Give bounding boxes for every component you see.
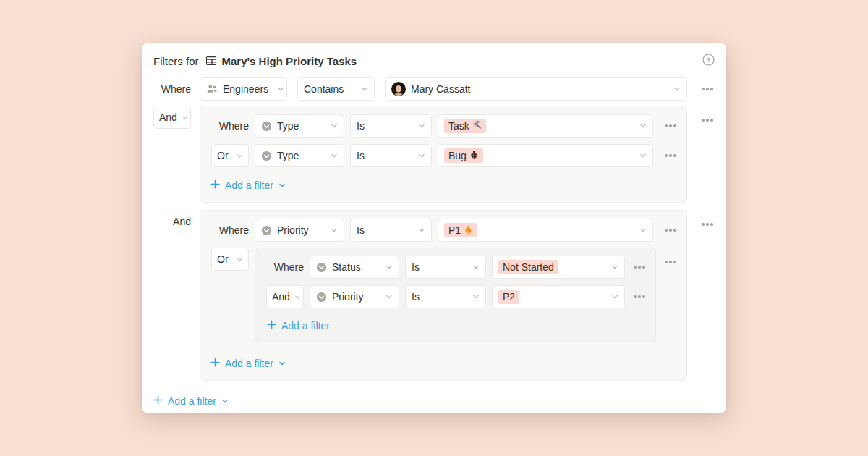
property-select-priority[interactable]: Priority	[310, 285, 399, 308]
chevron-down-icon	[232, 153, 243, 159]
filter-group-2: And Where Priority Is	[153, 210, 715, 381]
chevron-down-icon	[232, 256, 243, 263]
value-select-person[interactable]: Mary Cassatt	[385, 77, 687, 101]
tag-task: Task	[444, 119, 486, 133]
nested-row-1: Where Status Is	[264, 256, 647, 279]
person-icon	[206, 83, 218, 95]
row-connector-select-and[interactable]: And	[266, 285, 304, 308]
property-select-label: Status	[332, 261, 361, 273]
add-filter-button[interactable]: Add a filter	[210, 177, 286, 194]
operator-select-contains[interactable]: Contains	[297, 77, 375, 101]
chevron-down-icon	[177, 114, 188, 121]
tag-label: P2	[503, 290, 515, 304]
nested-group-line: Or Where Status	[209, 248, 678, 342]
property-select-priority[interactable]: Priority	[255, 219, 344, 242]
chevron-down-icon	[607, 263, 618, 271]
value-select-task[interactable]: Task	[438, 114, 653, 138]
group1-row-1: Where Type Is Task	[209, 114, 678, 138]
property-select-type[interactable]: Type	[255, 144, 344, 167]
ellipsis-icon	[665, 261, 668, 263]
group1-menu-button[interactable]	[702, 114, 715, 126]
group2-menu-button[interactable]	[702, 219, 715, 230]
operator-select-is[interactable]: Is	[350, 114, 432, 138]
dialog-header: Filters for Mary's High Priority Tasks ?	[153, 52, 715, 69]
property-select-label: Priority	[277, 224, 309, 236]
add-filter-button[interactable]: Add a filter	[267, 317, 330, 334]
group1-row-2: Or Type Is Bug	[209, 144, 678, 167]
top-filter-menu-button[interactable]	[702, 83, 715, 95]
group2-panel: Where Priority Is P1	[200, 210, 687, 381]
operator-select-label: Is	[412, 261, 420, 273]
chevron-down-icon	[607, 293, 618, 300]
chevron-down-icon	[326, 152, 338, 159]
property-select-status[interactable]: Status	[310, 256, 399, 279]
property-select-engineers[interactable]: Engineers	[200, 77, 287, 101]
help-button[interactable]: ?	[702, 54, 715, 68]
property-select-label: Engineers	[223, 83, 268, 95]
chevron-down-icon	[669, 85, 681, 93]
add-filter-label: Add a filter	[168, 395, 216, 407]
where-label: Where	[219, 120, 249, 132]
chevron-down-icon	[414, 152, 425, 159]
select-property-icon	[316, 262, 327, 273]
value-select-p2[interactable]: P2	[492, 285, 625, 308]
row-menu-button[interactable]	[665, 120, 678, 132]
chevron-down-icon	[635, 122, 647, 130]
svg-text:?: ?	[707, 56, 711, 64]
tag-label: Bug	[448, 148, 467, 163]
operator-select-is[interactable]: Is	[405, 256, 486, 279]
row-menu-button[interactable]	[665, 150, 678, 161]
row-connector-select-or[interactable]: Or	[211, 144, 249, 167]
group1-connector-select[interactable]: And	[153, 106, 191, 129]
page-background: Filters for Mary's High Priority Tasks ?…	[0, 0, 868, 456]
add-filter-label: Add a filter	[281, 320, 330, 332]
operator-select-label: Contains	[304, 83, 344, 95]
property-select-type[interactable]: Type	[255, 114, 344, 138]
avatar	[391, 82, 406, 96]
operator-select-label: Is	[357, 150, 365, 161]
plus-icon	[153, 395, 163, 407]
select-property-icon	[261, 151, 272, 161]
value-select-p1[interactable]: P1	[438, 219, 653, 242]
chevron-down-icon	[635, 227, 647, 234]
operator-select-label: Is	[357, 224, 365, 236]
chevron-down-icon	[414, 227, 425, 234]
operator-select-is[interactable]: Is	[350, 144, 432, 167]
operator-select-label: Is	[357, 120, 365, 132]
group1-panel: Where Type Is Task	[200, 106, 687, 203]
nested-connector-select-or[interactable]: Or	[211, 248, 249, 271]
filters-dialog: Filters for Mary's High Priority Tasks ?…	[142, 43, 726, 413]
add-filter-button[interactable]: Add a filter	[210, 355, 286, 372]
chevron-down-icon	[357, 85, 368, 93]
tag-p2: P2	[498, 290, 519, 304]
chevron-down-icon	[381, 263, 393, 271]
nested-group-menu-button[interactable]	[665, 256, 678, 268]
ellipsis-icon	[665, 229, 668, 232]
value-select-bug[interactable]: Bug	[438, 144, 653, 167]
ellipsis-icon	[702, 88, 705, 90]
fire-emoji-icon	[464, 223, 472, 237]
property-select-label: Priority	[332, 291, 364, 303]
add-filter-button[interactable]: Add a filter	[153, 392, 229, 410]
row-menu-button[interactable]	[665, 224, 678, 236]
row-menu-button[interactable]	[634, 291, 647, 303]
plus-icon	[267, 320, 276, 332]
group2-connector-label: And	[153, 216, 191, 227]
add-filter-label: Add a filter	[225, 358, 273, 369]
group1-connector-label: And	[159, 111, 177, 123]
operator-select-is[interactable]: Is	[405, 285, 486, 308]
ellipsis-icon	[702, 223, 705, 226]
chevron-down-icon	[273, 85, 284, 93]
database-title: Mary's High Priority Tasks	[222, 55, 357, 67]
ellipsis-icon	[702, 119, 705, 122]
select-property-icon	[261, 121, 272, 132]
row-menu-button[interactable]	[634, 261, 647, 273]
ellipsis-icon	[634, 295, 637, 298]
chevron-down-icon	[221, 395, 229, 407]
table-icon	[205, 55, 217, 67]
value-select-not-started[interactable]: Not Started	[492, 256, 625, 279]
operator-select-is[interactable]: Is	[350, 219, 432, 242]
tag-label: Task	[448, 119, 469, 133]
connector-label: Or	[217, 253, 229, 265]
top-filter-row: Where Engineers Contains Mary Cassatt	[153, 77, 715, 101]
